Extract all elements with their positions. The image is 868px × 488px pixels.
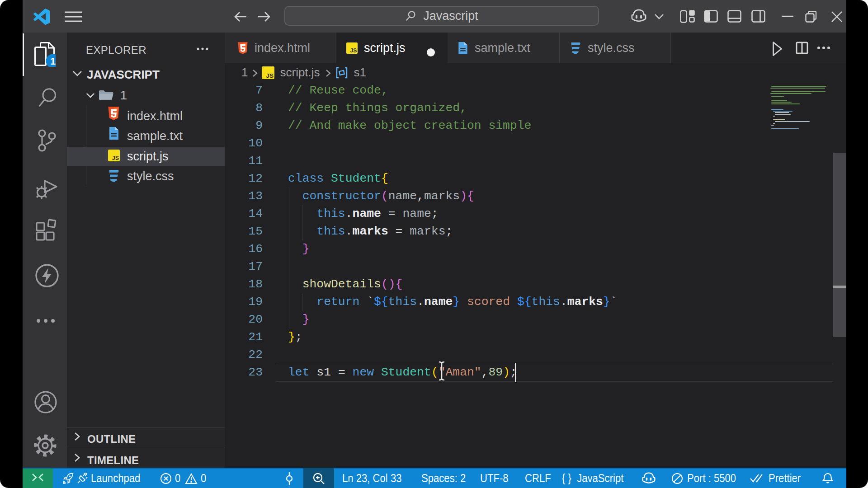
svg-text:JS: JS [266,72,274,79]
svg-text:JS: JS [112,155,119,161]
svg-text:1: 1 [50,56,56,67]
svg-text:JS: JS [350,47,357,54]
